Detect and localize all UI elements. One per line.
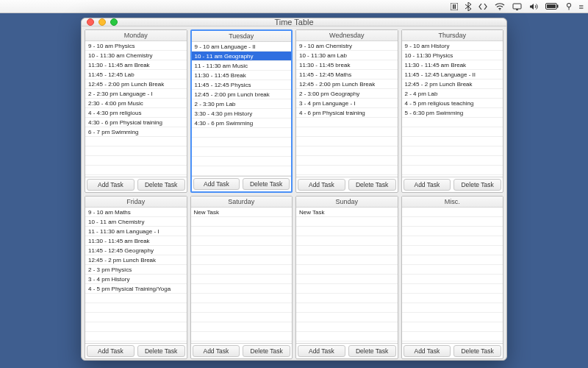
task-list[interactable]: 9 - 10 am Physics10 - 11:30 am Chemistry… — [85, 41, 187, 177]
task-row[interactable]: 4 - 6 pm Physical training — [296, 108, 398, 118]
battery-icon[interactable] — [545, 3, 559, 10]
task-row[interactable]: 4 - 4:30 pm religious — [85, 108, 187, 118]
task-list[interactable]: 9 - 10 am Chemistry10 - 11:30 am Lab11:3… — [296, 41, 398, 177]
task-row[interactable]: 11 - 11:30 am Music — [192, 61, 292, 71]
task-row[interactable]: 4:30 - 6 pm Swimming — [192, 118, 292, 128]
wifi-icon[interactable] — [495, 3, 505, 10]
task-row[interactable]: 11:30 - 11:45 Break — [192, 71, 292, 80]
task-row[interactable] — [402, 146, 503, 156]
task-row[interactable]: 11:45 - 12:45 Geography — [85, 246, 187, 255]
task-row[interactable] — [296, 156, 398, 166]
display-icon[interactable] — [512, 3, 522, 10]
task-row[interactable] — [402, 294, 503, 303]
task-row[interactable] — [192, 138, 292, 147]
task-row[interactable]: 12:45 - 2:00 pm Lunch Break — [296, 79, 398, 89]
delete-task-button[interactable]: Delete Task — [137, 179, 185, 191]
volume-icon[interactable] — [529, 3, 538, 10]
task-row[interactable]: 2 - 3 pm Physics — [85, 265, 187, 275]
task-row[interactable]: 11:45 - 12:45 Language - II — [402, 70, 503, 79]
add-task-button[interactable]: Add Task — [193, 178, 240, 190]
task-list[interactable]: New Task — [296, 208, 398, 343]
add-task-button[interactable]: Add Task — [404, 345, 451, 357]
search-icon[interactable]: ⚲ — [566, 1, 572, 11]
task-row[interactable] — [85, 303, 187, 313]
task-row[interactable] — [402, 127, 503, 137]
task-row[interactable] — [191, 227, 293, 236]
task-row[interactable] — [191, 322, 293, 332]
task-row[interactable]: 9 - 10 am Maths — [85, 208, 187, 217]
add-task-button[interactable]: Add Task — [193, 345, 240, 357]
task-row[interactable]: 9 - 10 am Language - II — [192, 42, 292, 52]
pause-icon[interactable] — [451, 3, 458, 10]
task-row[interactable]: 2 - 3:30 pm Lab — [192, 99, 292, 109]
task-row[interactable] — [402, 217, 503, 227]
task-row[interactable]: 4 - 5 pm Physical Training/Yoga — [85, 284, 187, 294]
delete-task-button[interactable]: Delete Task — [243, 178, 290, 190]
task-row[interactable] — [402, 255, 503, 265]
task-row[interactable]: 2 - 2:30 pm Language - I — [85, 89, 187, 99]
task-row[interactable] — [402, 303, 503, 313]
task-row[interactable] — [296, 294, 398, 303]
menu-icon[interactable]: ≡ — [579, 2, 584, 11]
delete-task-button[interactable]: Delete Task — [453, 179, 501, 191]
task-row[interactable] — [192, 128, 292, 138]
add-task-button[interactable]: Add Task — [298, 345, 345, 357]
code-icon[interactable] — [478, 3, 487, 10]
task-row[interactable] — [85, 156, 187, 166]
titlebar[interactable]: Time Table — [82, 18, 506, 26]
task-row[interactable] — [402, 284, 503, 294]
task-row[interactable] — [85, 294, 187, 303]
task-row[interactable] — [192, 157, 292, 166]
task-row[interactable] — [296, 227, 398, 236]
task-list[interactable]: 9 - 10 am Language - II10 - 11 am Geogra… — [192, 42, 292, 176]
task-row[interactable] — [402, 313, 503, 322]
task-row[interactable] — [402, 137, 503, 146]
task-row[interactable] — [191, 275, 293, 284]
task-row[interactable]: 10 - 11:30 am Lab — [296, 51, 398, 60]
task-row[interactable]: 3 - 4 pm History — [85, 275, 187, 284]
task-row[interactable]: 10 - 11:30 am Chemistry — [85, 51, 187, 60]
task-row[interactable]: 4:30 - 6 pm Physical training — [85, 118, 187, 127]
task-row[interactable] — [85, 313, 187, 322]
task-row[interactable] — [85, 146, 187, 156]
bluetooth-icon[interactable] — [465, 2, 471, 11]
task-row[interactable]: New Task — [191, 208, 293, 217]
task-row[interactable] — [296, 137, 398, 146]
task-row[interactable] — [85, 166, 187, 175]
task-row[interactable]: 9 - 10 am Chemistry — [296, 41, 398, 51]
task-row[interactable] — [296, 127, 398, 137]
task-row[interactable]: 11:45 - 12:45 Lab — [85, 70, 187, 79]
task-row[interactable] — [296, 284, 398, 294]
task-row[interactable] — [296, 217, 398, 227]
task-row[interactable] — [191, 236, 293, 246]
task-row[interactable]: 10 - 11:30 Physics — [402, 51, 503, 60]
task-row[interactable] — [191, 313, 293, 322]
task-row[interactable] — [296, 255, 398, 265]
task-row[interactable] — [85, 332, 187, 342]
task-row[interactable] — [402, 265, 503, 275]
add-task-button[interactable]: Add Task — [404, 179, 451, 191]
task-row[interactable]: 12:45 - 2 pm Lunch Break — [402, 79, 503, 89]
task-row[interactable]: 12:45 - 2:00 pm Lunch Break — [85, 79, 187, 89]
task-row[interactable]: 11:30 - 11:45 am Break — [85, 60, 187, 70]
task-list[interactable]: New Task — [191, 208, 293, 343]
task-list[interactable] — [402, 208, 503, 343]
task-row[interactable] — [192, 166, 292, 176]
task-row[interactable] — [296, 246, 398, 255]
task-row[interactable] — [402, 322, 503, 332]
add-task-button[interactable]: Add Task — [87, 345, 135, 357]
task-row[interactable] — [191, 217, 293, 227]
task-list[interactable]: 9 - 10 am History10 - 11:30 Physics11:30… — [402, 41, 503, 177]
task-row[interactable]: 2 - 4 pm Lab — [402, 89, 503, 99]
task-row[interactable] — [402, 246, 503, 255]
delete-task-button[interactable]: Delete Task — [348, 345, 396, 357]
task-row[interactable]: 12:45 - 2 pm Lunch Break — [85, 255, 187, 265]
task-row[interactable] — [402, 227, 503, 236]
task-row[interactable] — [191, 284, 293, 294]
task-row[interactable] — [192, 147, 292, 157]
task-row[interactable] — [191, 265, 293, 275]
task-row[interactable]: New Task — [296, 208, 398, 217]
task-row[interactable]: 9 - 10 am Physics — [85, 41, 187, 51]
task-row[interactable]: 11 - 11:30 am Language - I — [85, 227, 187, 236]
add-task-button[interactable]: Add Task — [298, 179, 345, 191]
